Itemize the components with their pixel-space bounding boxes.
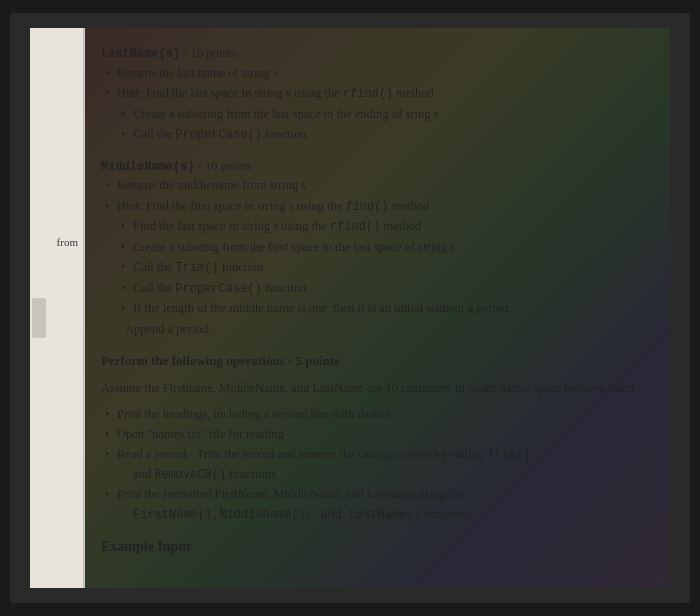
perform-bullets: Print the headings, including a second l… bbox=[101, 405, 650, 525]
lastname-hint-prefix: Hint: Find the last space in string s us… bbox=[117, 86, 343, 100]
lastname-hint-suffix: method bbox=[393, 86, 434, 100]
lastname-bullets: Returns the last name of string s Hint: … bbox=[101, 64, 650, 104]
perf-b3-mid: and RemoveCR() functions bbox=[117, 467, 276, 481]
perf-b3-suffix: functions bbox=[226, 467, 276, 481]
middlename-hint-suffix: method bbox=[389, 199, 430, 213]
lastname-section: LastName(s) - 10 points Returns the last… bbox=[101, 44, 650, 145]
lastname-bullet2: Hint: Find the last space in string s us… bbox=[101, 84, 650, 104]
middlename-sub2: Create a substing from the first space t… bbox=[101, 238, 650, 257]
left-sidebar: from bbox=[30, 28, 85, 588]
left-tab[interactable] bbox=[32, 298, 46, 338]
middlename-trim-suffix: function bbox=[219, 260, 264, 274]
middlename-points: - 10 points bbox=[198, 159, 251, 173]
perf-b4-code-wrap: FirstName(),MiddleName(), and LastName()… bbox=[117, 507, 474, 521]
perf-b4-prefix: Print the formatted FirstName, MiddleNam… bbox=[117, 487, 464, 501]
example-input-heading: Example Input bbox=[101, 536, 650, 558]
lastname-call-prefix: Call the bbox=[133, 127, 175, 141]
lastname-title: LastName(s) bbox=[101, 47, 180, 61]
perf-b4-suffix: functions. bbox=[421, 507, 474, 521]
middlename-title: MiddleName(s) bbox=[101, 160, 195, 174]
lastname-title-line: LastName(s) - 10 points bbox=[101, 44, 650, 64]
lastname-sub1: Create a substring from the last space t… bbox=[101, 105, 650, 124]
middlename-sub1-prefix: Find the last space in string s using th… bbox=[133, 219, 330, 233]
lastname-call-suffix: function bbox=[262, 127, 307, 141]
perform-desc: Assume the Firstname, MiddleName, and La… bbox=[101, 379, 650, 398]
perform-bullet4: Print the formatted FirstName, MiddleNam… bbox=[101, 485, 650, 524]
middlename-sub5: If the length of the middle name is one,… bbox=[101, 299, 650, 318]
middlename-proper-suffix: function bbox=[262, 281, 307, 295]
middlename-sub3: Call the Trim() function bbox=[101, 258, 650, 278]
monitor-bezel: from LastName(s) - 10 points Returns the… bbox=[10, 13, 690, 603]
perf-removecr: RemoveCR() bbox=[154, 468, 226, 482]
perf-b3-prefix: Read a record - Trim the record and remo… bbox=[117, 447, 487, 461]
lastname-propercase: ProperCase() bbox=[175, 128, 261, 142]
perform-bullet2: Open "names.txt" file for reading bbox=[101, 425, 650, 444]
middlename-trim-prefix: Call the bbox=[133, 260, 175, 274]
middlename-sub4: Call the ProperCase() function bbox=[101, 279, 650, 299]
lastname-rfind: rfind() bbox=[343, 87, 393, 101]
middlename-sub1-suffix: method bbox=[380, 219, 421, 233]
lastname-subbullets: Create a substring from the last space t… bbox=[101, 105, 650, 145]
middlename-find: find() bbox=[345, 200, 388, 214]
middlename-trim: Trim() bbox=[175, 261, 218, 275]
screen: from LastName(s) - 10 points Returns the… bbox=[30, 28, 670, 588]
middlename-hint-prefix: Hint: Find the first space in string s u… bbox=[117, 199, 345, 213]
sidebar-line bbox=[83, 28, 84, 588]
perf-trim: Trim() bbox=[487, 448, 530, 462]
append-note: Append a period. bbox=[101, 320, 650, 339]
middlename-section: MiddleName(s) - 10 points Returns the mi… bbox=[101, 157, 650, 339]
content-area: LastName(s) - 10 points Returns the last… bbox=[85, 28, 670, 588]
perf-functions: FirstName(),MiddleName(), and LastName() bbox=[133, 508, 421, 522]
middlename-propercase: ProperCase() bbox=[175, 282, 261, 296]
lastname-bullet1: Returns the last name of string s bbox=[101, 64, 650, 83]
perform-bullet1: Print the headings, including a second l… bbox=[101, 405, 650, 424]
middlename-bullet1: Returns the middlename from string s bbox=[101, 176, 650, 195]
perform-heading: Perform the following operations - 5 poi… bbox=[101, 351, 650, 371]
perform-section: Perform the following operations - 5 poi… bbox=[101, 351, 650, 558]
middlename-subbullets: Find the last space in string s using th… bbox=[101, 217, 650, 319]
middlename-proper-prefix: Call the bbox=[133, 281, 175, 295]
middlename-bullets: Returns the middlename from string s Hin… bbox=[101, 176, 650, 216]
lastname-points: - 10 points bbox=[183, 46, 236, 60]
from-label: from bbox=[57, 236, 78, 248]
middlename-bullet2: Hint: Find the first space in string s u… bbox=[101, 197, 650, 217]
middlename-sub1: Find the last space in string s using th… bbox=[101, 217, 650, 237]
perform-bullet3: Read a record - Trim the record and remo… bbox=[101, 445, 650, 484]
middlename-rfind: rfind() bbox=[330, 220, 380, 234]
lastname-sub2: Call the ProperCase() function bbox=[101, 125, 650, 145]
middlename-title-line: MiddleName(s) - 10 points bbox=[101, 157, 650, 177]
